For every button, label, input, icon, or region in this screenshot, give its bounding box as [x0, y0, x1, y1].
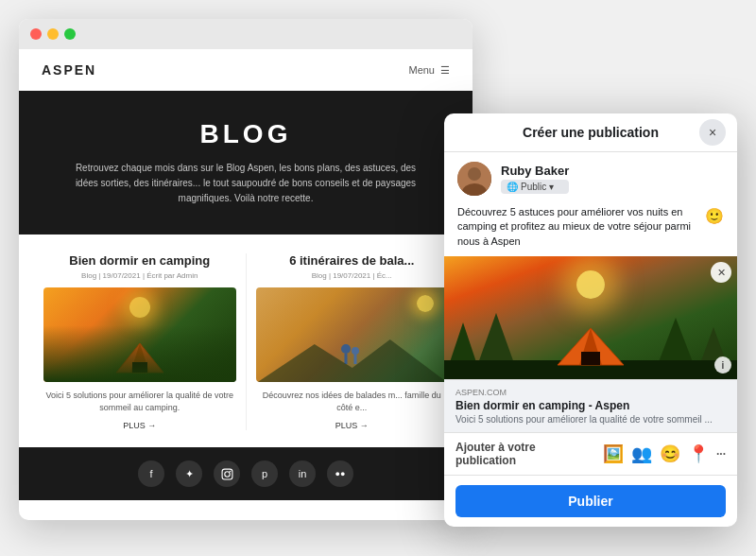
article-2-desc: Découvrez nos idées de balades m... fami…: [256, 390, 449, 413]
facebook-icon[interactable]: f: [138, 460, 164, 487]
article-1-title: Bien dormir en camping: [43, 253, 236, 268]
menu-icon: ☰: [440, 64, 450, 77]
sun-1: [129, 297, 150, 318]
sun-2: [417, 295, 434, 312]
article-card-1: Bien dormir en camping Blog | 19/07/2021…: [34, 253, 246, 430]
hero-title: BLOG: [57, 119, 435, 149]
fb-modal-header: Créer une publication ×: [444, 113, 737, 152]
fb-user-info: Ruby Baker 🌐 Public ▾: [501, 164, 569, 194]
svg-rect-8: [222, 469, 232, 479]
fb-image-preview: ✕ i: [444, 256, 737, 379]
dot-yellow[interactable]: [47, 28, 59, 40]
fb-publish-button[interactable]: Publier: [455, 485, 726, 517]
twitter-icon[interactable]: ✦: [176, 460, 202, 487]
svg-point-10: [229, 470, 231, 472]
fb-action-icons: 🖼️ 👥 😊 📍 ···: [603, 443, 726, 464]
linkedin-icon[interactable]: in: [289, 460, 316, 487]
fb-link-desc: Voici 5 solutions pour améliorer la qual…: [455, 414, 726, 425]
site-logo: ASPEN: [42, 62, 96, 78]
fb-post-text[interactable]: Découvrez 5 astuces pour améliorer vos n…: [457, 205, 705, 249]
svg-marker-7: [257, 339, 446, 382]
fb-link-preview: ASPEN.COM Bien dormir en camping - Aspen…: [444, 379, 737, 432]
site-menu[interactable]: Menu ☰: [408, 64, 450, 77]
fb-modal: Créer une publication × Ruby Baker 🌐 Pub…: [444, 113, 737, 527]
avatar: [457, 162, 491, 196]
feeling-icon[interactable]: 😊: [660, 443, 680, 464]
emoji-button[interactable]: 🙂: [705, 207, 724, 225]
fb-user-row: Ruby Baker 🌐 Public ▾: [444, 152, 737, 205]
menu-label: Menu: [408, 64, 435, 76]
preview-sun: [576, 270, 605, 299]
tag-people-icon[interactable]: 👥: [631, 443, 652, 464]
flickr-icon[interactable]: ●●: [327, 460, 353, 487]
fb-user-name: Ruby Baker: [501, 164, 569, 178]
hero-description: Retrouvez chaque mois dans sur le Blog A…: [66, 161, 425, 206]
instagram-icon[interactable]: [214, 460, 240, 487]
article-1-meta: Blog | 19/07/2021 | Écrit par Admin: [43, 271, 236, 280]
preview-tent: [553, 325, 628, 368]
article-2-title: 6 itinéraires de bala...: [256, 253, 449, 268]
svg-rect-21: [581, 352, 600, 365]
site-hero: BLOG Retrouvez chaque mois dans sur le B…: [19, 91, 472, 235]
avatar-image: [457, 162, 491, 196]
svg-point-12: [468, 167, 481, 181]
site-header: ASPEN Menu ☰: [19, 49, 472, 91]
fb-privacy-label: Public: [521, 182, 546, 192]
dot-red[interactable]: [30, 28, 42, 40]
browser-window: ASPEN Menu ☰ BLOG Retrouvez chaque mois …: [19, 19, 472, 520]
fb-link-domain: ASPEN.COM: [455, 388, 726, 397]
site-articles: Bien dormir en camping Blog | 19/07/2021…: [19, 235, 472, 440]
photo-video-icon[interactable]: 🖼️: [603, 443, 624, 464]
instagram-svg: [221, 468, 233, 480]
fb-image-close-button[interactable]: ✕: [711, 262, 731, 283]
svg-point-9: [224, 471, 229, 476]
article-1-desc: Voici 5 solutions pour améliorer la qual…: [43, 390, 236, 413]
article-1-link[interactable]: PLUS →: [43, 421, 236, 430]
browser-content: ASPEN Menu ☰ BLOG Retrouvez chaque mois …: [19, 49, 472, 520]
fb-link-title: Bien dormir en camping - Aspen: [455, 399, 726, 412]
globe-icon: 🌐: [507, 182, 518, 192]
more-icon[interactable]: ···: [716, 447, 726, 460]
article-1-image: [43, 287, 236, 382]
article-card-2: 6 itinéraires de bala... Blog | 19/07/20…: [247, 253, 458, 430]
article-2-link[interactable]: PLUS →: [256, 421, 449, 430]
fb-modal-title: Créer une publication: [523, 125, 659, 140]
location-icon[interactable]: 📍: [688, 443, 709, 464]
fb-add-label: Ajouter à votre publication: [455, 441, 593, 467]
site-footer: f ✦ p in ●●: [19, 447, 472, 500]
article-2-image: [256, 287, 449, 382]
avatar-svg: [457, 162, 491, 196]
browser-titlebar: [19, 19, 472, 49]
article-2-meta: Blog | 19/07/2021 | Éc...: [256, 271, 449, 280]
chevron-down-icon: ▾: [549, 182, 554, 192]
fb-close-button[interactable]: ×: [699, 119, 726, 146]
dot-green[interactable]: [64, 28, 76, 40]
fb-privacy-button[interactable]: 🌐 Public ▾: [501, 180, 569, 194]
pinterest-icon[interactable]: p: [251, 460, 278, 487]
mountain-svg: [256, 335, 449, 382]
fb-add-to-post-row: Ajouter à votre publication 🖼️ 👥 😊 📍 ···: [444, 432, 737, 476]
